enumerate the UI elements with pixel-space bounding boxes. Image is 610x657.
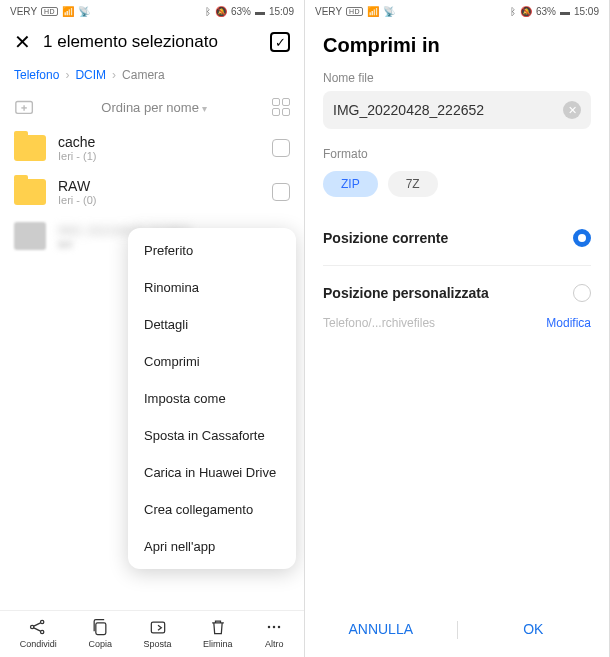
list-item[interactable]: RAW Ieri - (0) [14,170,290,214]
new-folder-icon[interactable] [14,96,36,118]
format-zip-pill[interactable]: ZIP [323,171,378,197]
folder-icon [14,179,46,205]
svg-point-4 [41,620,44,623]
grid-view-icon[interactable] [272,98,290,116]
copy-label: Copia [88,639,112,649]
menu-apri-app[interactable]: Apri nell'app [128,528,296,565]
svg-line-7 [34,628,41,631]
menu-imposta[interactable]: Imposta come [128,380,296,417]
menu-preferito[interactable]: Preferito [128,232,296,269]
checkbox[interactable] [272,139,290,157]
svg-point-11 [273,626,276,629]
format-7z-pill[interactable]: 7Z [388,171,438,197]
battery-pct: 63% [231,6,251,17]
screen-compress-dialog: VERY HD 📶 📡 ᛒ 🔕 63% ▬ 15:09 Comprimi in … [305,0,610,657]
mute-icon: 🔕 [215,6,227,17]
move-icon [148,617,168,637]
trash-icon [208,617,228,637]
file-meta: Ieri - (0) [58,194,260,206]
menu-cassaforte[interactable]: Sposta in Cassaforte [128,417,296,454]
file-meta: Ieri - (1) [58,150,260,162]
share-icon [28,617,48,637]
delete-button[interactable]: Elimina [203,617,233,649]
radio-unselected-icon[interactable] [573,284,591,302]
mute-icon: 🔕 [520,6,532,17]
share-button[interactable]: Condividi [20,617,57,649]
dialog-actions: ANNULLA OK [305,607,609,657]
file-name: cache [58,134,260,150]
more-label: Altro [265,639,284,649]
bluetooth-icon: ᛒ [205,6,211,17]
more-button[interactable]: Altro [264,617,284,649]
selection-header: ✕ 1 elemento selezionato ✓ [0,22,304,62]
move-button[interactable]: Sposta [143,617,171,649]
svg-point-5 [41,630,44,633]
image-thumbnail-icon [14,222,46,250]
signal-icon: 📶 [62,6,74,17]
menu-dettagli[interactable]: Dettagli [128,306,296,343]
position-custom-sub: Telefono/...rchivefiles Modifica [305,316,609,340]
delete-label: Elimina [203,639,233,649]
signal-icon: 📶 [367,6,379,17]
ok-button[interactable]: OK [458,621,610,639]
format-label: Formato [305,129,609,167]
share-label: Condividi [20,639,57,649]
clock: 15:09 [574,6,599,17]
chevron-right-icon: › [65,68,69,82]
crumb-dcim[interactable]: DCIM [75,68,106,82]
context-menu: Preferito Rinomina Dettagli Comprimi Imp… [128,228,296,569]
breadcrumb: Telefono › DCIM › Camera [0,62,304,88]
svg-rect-9 [151,622,164,633]
battery-icon: ▬ [255,6,265,17]
dialog-title: Comprimi in [323,34,591,57]
list-item[interactable]: cache Ieri - (1) [14,126,290,170]
wifi-icon: 📡 [78,6,90,17]
svg-point-3 [31,625,34,628]
close-icon[interactable]: ✕ [14,32,31,52]
divider [323,265,591,266]
filename-label: Nome file [305,63,609,91]
edit-path-link[interactable]: Modifica [546,316,591,330]
copy-button[interactable]: Copia [88,617,112,649]
cancel-button[interactable]: ANNULLA [305,621,457,639]
menu-collegamento[interactable]: Crea collegamento [128,491,296,528]
clock: 15:09 [269,6,294,17]
svg-line-6 [34,623,41,626]
position-current-row[interactable]: Posizione corrente [305,215,609,261]
selection-count-label: 1 elemento selezionato [43,32,258,52]
clear-input-icon[interactable]: ✕ [563,101,581,119]
select-all-button[interactable]: ✓ [270,32,290,52]
bottom-toolbar: Condividi Copia Sposta Elimina Altro [0,610,304,657]
custom-path: Telefono/...rchivefiles [323,316,435,330]
radio-selected-icon[interactable] [573,229,591,247]
screen-file-manager: VERY HD 📶 📡 ᛒ 🔕 63% ▬ 15:09 ✕ 1 elemento… [0,0,305,657]
wifi-icon: 📡 [383,6,395,17]
crumb-telefono[interactable]: Telefono [14,68,59,82]
move-label: Sposta [143,639,171,649]
chevron-right-icon: › [112,68,116,82]
hd-badge: HD [41,7,58,16]
sort-dropdown[interactable]: Ordina per nome [36,100,272,115]
checkbox[interactable] [272,183,290,201]
position-current-label: Posizione corrente [323,230,448,246]
hd-badge: HD [346,7,363,16]
status-bar: VERY HD 📶 📡 ᛒ 🔕 63% ▬ 15:09 [0,0,304,22]
battery-pct: 63% [536,6,556,17]
position-custom-label: Posizione personalizzata [323,285,489,301]
menu-comprimi[interactable]: Comprimi [128,343,296,380]
format-selector: ZIP 7Z [305,167,609,201]
more-icon [264,617,284,637]
position-custom-row[interactable]: Posizione personalizzata [305,270,609,316]
menu-rinomina[interactable]: Rinomina [128,269,296,306]
menu-huawei-drive[interactable]: Carica in Huawei Drive [128,454,296,491]
filename-input[interactable] [333,102,563,118]
folder-icon [14,135,46,161]
file-name: RAW [58,178,260,194]
bluetooth-icon: ᛒ [510,6,516,17]
svg-point-10 [268,626,271,629]
svg-point-12 [278,626,281,629]
copy-icon [90,617,110,637]
carrier-label: VERY [315,6,342,17]
crumb-camera[interactable]: Camera [122,68,165,82]
carrier-label: VERY [10,6,37,17]
